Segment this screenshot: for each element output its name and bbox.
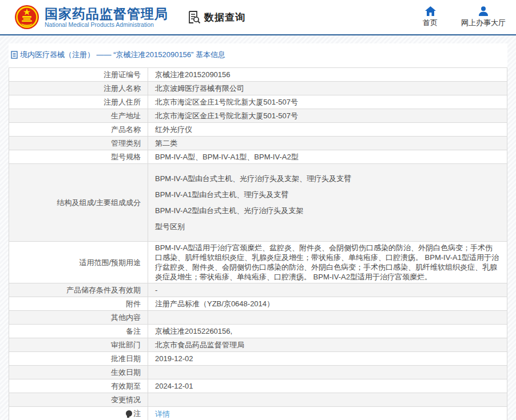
breadcrumb-text: 境内医疗器械（注册） —— “京械注准20152090156” 基本信息 [20,50,225,60]
row-label: 适用范围/预期用途 [9,242,148,283]
row-label: 备注 [9,325,148,338]
content-panel: 境内医疗器械（注册） —— “京械注准20152090156” 基本信息 注册证… [9,43,507,420]
table-row: 有效期至 2024-12-01 [9,379,507,393]
table-row: 变更情况 [9,393,507,407]
table-row-note: 注 详情 [9,407,507,420]
table-row: 管理类别 第二类 [9,137,507,150]
row-value: 2019-12-02 [148,352,507,366]
national-emblem-icon [14,5,39,30]
row-value: BPM-IV-A型、BPM-IV-A1型、BPM-IV-A2型 [148,150,507,164]
row-value [148,366,507,379]
row-label: 有效期至 [9,379,148,393]
table-row: 型号规格 BPM-IV-A型、BPM-IV-A1型、BPM-IV-A2型 [9,150,507,164]
agency-name-en: National Medical Products Administration [45,21,168,29]
table-row: 生产地址 北京市海淀区金庄1号院北新大厦501-507号 [9,109,507,123]
row-label: 注册证编号 [9,68,148,82]
table-row: 生效日期 [9,366,507,379]
structure-line: BPM-IV-A2型由台式主机、光疗治疗头及支架 [155,206,500,215]
row-value: - [148,283,507,297]
row-value [148,311,507,325]
row-value: BPM-IV-A型适用于治疗宫颈糜烂、盆腔炎、附件炎、会阴侧切伤口感染的防治、外… [148,242,507,283]
note-lamp-icon [126,410,132,417]
row-label: 管理类别 [9,137,148,150]
table-row-scope: 适用范围/预期用途 BPM-IV-A型适用于治疗宫颈糜烂、盆腔炎、附件炎、会阴侧… [9,242,507,283]
top-header: 国家药品监督管理局 National Medical Products Admi… [0,0,516,35]
structure-line: BPM-IV-A1型由台式主机、理疗头及支臂 [155,190,500,199]
document-icon [11,51,18,59]
table-row: 其他内容 [9,311,507,325]
nav-online-service-hall[interactable]: 网上办事大厅 [461,6,506,28]
top-nav: 首页 网上办事大厅 [419,6,506,28]
row-label: 审批部门 [9,338,148,352]
row-label: 产品名称 [9,123,148,137]
table-row: 批准日期 2019-12-02 [9,352,507,366]
table-row: 注册证编号 京械注准20152090156 [9,68,507,82]
table-row: 产品名称 红外光疗仪 [9,123,507,137]
nav-online-service-hall-label: 网上办事大厅 [461,18,506,28]
row-value [148,393,507,407]
row-value: 2024-12-01 [148,379,507,393]
table-row-structure: 结构及组成/主要组成成分 BPM-IV-A型由台式主机、光疗治疗头及支架、理疗头… [9,164,507,242]
breadcrumb: 境内医疗器械（注册） —— “京械注准20152090156” 基本信息 [9,43,507,67]
row-value: 北京市食品药品监督管理局 [148,338,507,352]
row-label: 注 [133,409,141,418]
row-label: 变更情况 [9,393,148,407]
detail-link[interactable]: 详情 [155,410,170,418]
row-label: 注册人名称 [9,82,148,95]
table-row: 注册人住所 北京市海淀区金庄1号院北新大厦501-507号 [9,95,507,109]
site-logo-brand[interactable]: 国家药品监督管理局 National Medical Products Admi… [14,5,168,30]
row-label: 生效日期 [9,366,148,379]
row-value: 北京市海淀区金庄1号院北新大厦501-507号 [148,95,507,109]
row-value: 京械注准20152260156, [148,325,507,338]
nav-home[interactable]: 首页 [419,6,442,28]
table-row: 审批部门 北京市食品药品监督管理局 [9,338,507,352]
structure-line: BPM-IV-A型由台式主机、光疗治疗头及支架、理疗头及支臂 [155,174,500,183]
row-value: 第二类 [148,137,507,150]
row-label: 其他内容 [9,311,148,325]
table-row: 注册人名称 北京波姆医疗器械有限公司 [9,82,507,95]
table-row: 附件 注册产品标准（YZB/京0648-2014） [9,297,507,311]
row-label: 型号规格 [9,150,148,164]
row-value: 北京市海淀区金庄1号院北新大厦501-507号 [148,109,507,123]
row-value: 注册产品标准（YZB/京0648-2014） [148,297,507,311]
person-icon [478,6,489,16]
row-value: BPM-IV-A型由台式主机、光疗治疗头及支架、理疗头及支臂 BPM-IV-A1… [148,164,507,242]
row-label: 产品储存条件及有效期 [9,283,148,297]
row-label: 附件 [9,297,148,311]
row-label: 批准日期 [9,352,148,366]
row-value: 红外光疗仪 [148,123,507,137]
nav-home-label: 首页 [423,18,438,28]
home-icon [425,6,436,16]
data-query-tab[interactable]: 数据查询 [186,10,245,25]
row-value: 京械注准20152090156 [148,68,507,82]
table-row: 备注 京械注准20152260156, [9,325,507,338]
row-label: 注册人住所 [9,95,148,109]
structure-line: 型号区别 [155,222,500,231]
registration-info-table: 注册证编号 京械注准20152090156 注册人名称 北京波姆医疗器械有限公司… [9,67,507,420]
document-search-icon [186,10,201,25]
row-label: 结构及组成/主要组成成分 [9,164,148,242]
agency-name-cn: 国家药品监督管理局 [45,6,168,21]
table-row: 产品储存条件及有效期 - [9,283,507,297]
row-value: 北京波姆医疗器械有限公司 [148,82,507,95]
data-query-label: 数据查询 [204,11,245,24]
row-label: 生产地址 [9,109,148,123]
